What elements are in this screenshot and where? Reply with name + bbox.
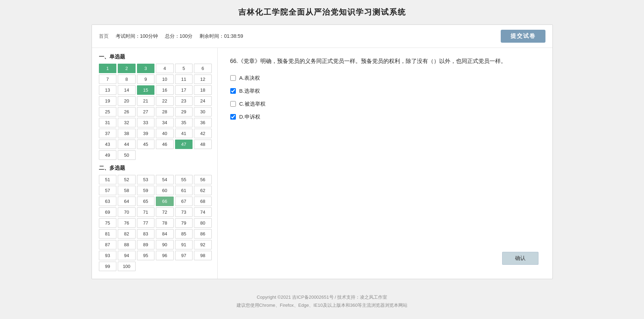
single-num-20[interactable]: 20 [118, 96, 136, 106]
multi-num-72[interactable]: 72 [156, 207, 174, 217]
single-num-31[interactable]: 31 [99, 118, 117, 127]
multi-num-95[interactable]: 95 [137, 251, 155, 260]
single-num-19[interactable]: 19 [99, 96, 117, 106]
single-num-5[interactable]: 5 [175, 64, 193, 73]
single-num-26[interactable]: 26 [118, 107, 136, 116]
multi-num-55[interactable]: 55 [175, 175, 193, 184]
single-num-3[interactable]: 3 [137, 64, 155, 73]
multi-num-81[interactable]: 81 [99, 229, 117, 239]
multi-num-82[interactable]: 82 [118, 229, 136, 239]
single-num-9[interactable]: 9 [137, 75, 155, 84]
single-num-44[interactable]: 44 [118, 140, 136, 149]
multi-num-56[interactable]: 56 [194, 175, 212, 184]
multi-num-84[interactable]: 84 [156, 229, 174, 239]
multi-num-54[interactable]: 54 [156, 175, 174, 184]
multi-num-89[interactable]: 89 [137, 240, 155, 249]
single-num-30[interactable]: 30 [194, 107, 212, 116]
single-num-36[interactable]: 36 [194, 118, 212, 127]
single-num-16[interactable]: 16 [156, 85, 174, 95]
single-num-27[interactable]: 27 [137, 107, 155, 116]
checkbox-B[interactable] [230, 88, 236, 94]
single-num-47[interactable]: 47 [175, 140, 193, 149]
single-num-33[interactable]: 33 [137, 118, 155, 127]
single-num-34[interactable]: 34 [156, 118, 174, 127]
single-num-39[interactable]: 39 [137, 129, 155, 138]
checkbox-A[interactable] [230, 75, 236, 81]
single-num-41[interactable]: 41 [175, 129, 193, 138]
multi-num-73[interactable]: 73 [175, 207, 193, 217]
multi-num-58[interactable]: 58 [118, 186, 136, 195]
single-num-15[interactable]: 15 [137, 85, 155, 95]
multi-num-76[interactable]: 76 [118, 218, 136, 228]
multi-num-97[interactable]: 97 [175, 251, 193, 260]
multi-num-85[interactable]: 85 [175, 229, 193, 239]
multi-num-70[interactable]: 70 [118, 207, 136, 217]
single-num-14[interactable]: 14 [118, 85, 136, 95]
multi-num-63[interactable]: 63 [99, 197, 117, 206]
multi-num-68[interactable]: 68 [194, 197, 212, 206]
multi-num-65[interactable]: 65 [137, 197, 155, 206]
multi-num-79[interactable]: 79 [175, 218, 193, 228]
multi-num-98[interactable]: 98 [194, 251, 212, 260]
confirm-button[interactable]: 确认 [502, 252, 538, 265]
multi-num-66[interactable]: 66 [156, 197, 174, 206]
multi-num-91[interactable]: 91 [175, 240, 193, 249]
single-num-21[interactable]: 21 [137, 96, 155, 106]
multi-num-67[interactable]: 67 [175, 197, 193, 206]
multi-num-60[interactable]: 60 [156, 186, 174, 195]
single-num-12[interactable]: 12 [194, 75, 212, 84]
single-num-48[interactable]: 48 [194, 140, 212, 149]
multi-num-51[interactable]: 51 [99, 175, 117, 184]
single-num-45[interactable]: 45 [137, 140, 155, 149]
submit-button[interactable]: 提交试卷 [501, 30, 545, 43]
single-num-24[interactable]: 24 [194, 96, 212, 106]
checkbox-C[interactable] [230, 101, 236, 107]
single-num-50[interactable]: 50 [118, 150, 136, 160]
multi-num-80[interactable]: 80 [194, 218, 212, 228]
single-num-1[interactable]: 1 [99, 64, 117, 73]
single-num-38[interactable]: 38 [118, 129, 136, 138]
multi-num-94[interactable]: 94 [118, 251, 136, 260]
single-num-46[interactable]: 46 [156, 140, 174, 149]
multi-num-90[interactable]: 90 [156, 240, 174, 249]
multi-num-53[interactable]: 53 [137, 175, 155, 184]
multi-num-78[interactable]: 78 [156, 218, 174, 228]
multi-num-61[interactable]: 61 [175, 186, 193, 195]
multi-num-75[interactable]: 75 [99, 218, 117, 228]
single-num-40[interactable]: 40 [156, 129, 174, 138]
single-num-42[interactable]: 42 [194, 129, 212, 138]
single-num-8[interactable]: 8 [118, 75, 136, 84]
single-num-13[interactable]: 13 [99, 85, 117, 95]
multi-num-87[interactable]: 87 [99, 240, 117, 249]
single-num-28[interactable]: 28 [156, 107, 174, 116]
single-num-35[interactable]: 35 [175, 118, 193, 127]
single-num-22[interactable]: 22 [156, 96, 174, 106]
checkbox-D[interactable] [230, 114, 236, 120]
single-num-7[interactable]: 7 [99, 75, 117, 84]
multi-num-88[interactable]: 88 [118, 240, 136, 249]
multi-num-69[interactable]: 69 [99, 207, 117, 217]
multi-num-77[interactable]: 77 [137, 218, 155, 228]
multi-num-96[interactable]: 96 [156, 251, 174, 260]
single-num-6[interactable]: 6 [194, 64, 212, 73]
multi-num-74[interactable]: 74 [194, 207, 212, 217]
single-num-32[interactable]: 32 [118, 118, 136, 127]
multi-num-64[interactable]: 64 [118, 197, 136, 206]
multi-num-83[interactable]: 83 [137, 229, 155, 239]
single-num-11[interactable]: 11 [175, 75, 193, 84]
multi-num-93[interactable]: 93 [99, 251, 117, 260]
single-num-25[interactable]: 25 [99, 107, 117, 116]
multi-num-52[interactable]: 52 [118, 175, 136, 184]
single-num-18[interactable]: 18 [194, 85, 212, 95]
single-num-10[interactable]: 10 [156, 75, 174, 84]
single-num-37[interactable]: 37 [99, 129, 117, 138]
single-num-23[interactable]: 23 [175, 96, 193, 106]
multi-num-100[interactable]: 100 [118, 262, 136, 271]
single-num-49[interactable]: 49 [99, 150, 117, 160]
single-num-43[interactable]: 43 [99, 140, 117, 149]
multi-num-99[interactable]: 99 [99, 262, 117, 271]
multi-num-59[interactable]: 59 [137, 186, 155, 195]
single-num-2[interactable]: 2 [118, 64, 136, 73]
single-num-17[interactable]: 17 [175, 85, 193, 95]
multi-num-62[interactable]: 62 [194, 186, 212, 195]
